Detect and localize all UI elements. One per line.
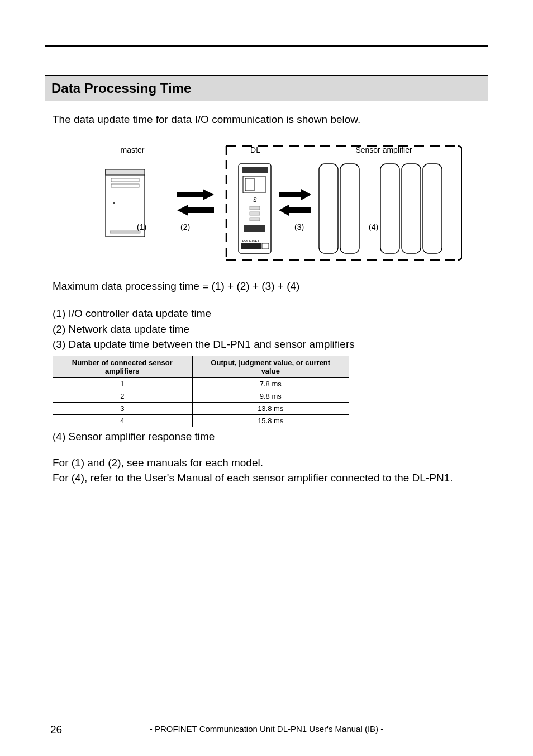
top-rule [45,45,488,47]
table-header-amplifiers: Number of connected sensoramplifiers [53,356,192,377]
timing-table: Number of connected sensoramplifiers Out… [53,356,349,427]
svg-rect-29 [402,164,421,253]
svg-rect-28 [380,164,399,253]
list-item: (3) Data update time between the DL-PN1 … [53,337,488,352]
master-label: master [121,145,145,154]
intro-text: The data update time for data I/O commun… [53,114,488,126]
page-number: 26 [50,724,62,736]
section-heading: Data Processing Time [45,75,488,101]
reference-notes: For (1) and (2), see manuals for each mo… [53,455,488,486]
svg-rect-30 [423,164,442,253]
svg-point-4 [113,202,115,204]
timing-diagram-svg: master DL Sensor amplifier (1) (2) [71,136,462,270]
svg-rect-6 [177,192,203,197]
diagram: master DL Sensor amplifier (1) (2) [45,136,488,270]
svg-rect-18 [244,225,265,232]
svg-text:S: S [253,197,257,203]
arrow-left-icon [279,205,311,216]
svg-rect-22 [279,192,301,197]
svg-rect-17 [250,218,260,221]
svg-rect-15 [250,206,260,210]
svg-marker-9 [177,205,188,216]
svg-rect-27 [340,164,359,253]
arrow-right-icon [279,189,311,200]
svg-text:PROFINET: PROFINET [242,239,260,243]
arrow-right-icon [177,189,214,200]
num-3: (3) [294,223,304,231]
timing-list: (1) I/O controller data update time (2) … [53,306,488,352]
list-item-4: (4) Sensor amplifier response time [53,431,488,443]
svg-marker-25 [279,205,289,216]
svg-rect-20 [262,243,269,249]
table-header-value: Output, judgment value, or currentvalue [192,356,349,377]
svg-rect-16 [250,212,260,215]
num-1: (1) [137,223,146,231]
sensor-units-icon [319,164,442,253]
table-row: 29.8 ms [53,390,349,402]
footer-text: - PROFINET Communication Unit DL-PN1 Use… [0,724,533,734]
svg-marker-23 [301,189,311,200]
svg-rect-1 [106,169,145,175]
list-item: (2) Network data update time [53,322,488,337]
num-4: (4) [369,223,378,231]
table-row: 415.8 ms [53,414,349,427]
dl-label: DL [250,145,260,154]
formula-text: Maximum data processing time = (1) + (2)… [53,280,488,292]
svg-rect-5 [110,231,140,233]
list-item: (1) I/O controller data update time [53,306,488,322]
arrow-left-icon [177,205,214,216]
table-row: 17.8 ms [53,377,349,390]
sensor-label: Sensor amplifier [355,145,412,154]
svg-rect-11 [242,167,268,173]
svg-rect-24 [289,207,311,213]
svg-marker-7 [203,189,214,200]
svg-rect-19 [241,243,261,249]
table-row: 313.8 ms [53,402,349,414]
note-line: For (1) and (2), see manuals for each mo… [53,455,488,471]
svg-rect-26 [319,164,338,253]
dl-device-icon: S PROFINET [239,164,271,253]
svg-rect-8 [188,207,214,213]
note-line: For (4), refer to the User's Manual of e… [53,470,488,486]
num-2: (2) [180,223,190,231]
